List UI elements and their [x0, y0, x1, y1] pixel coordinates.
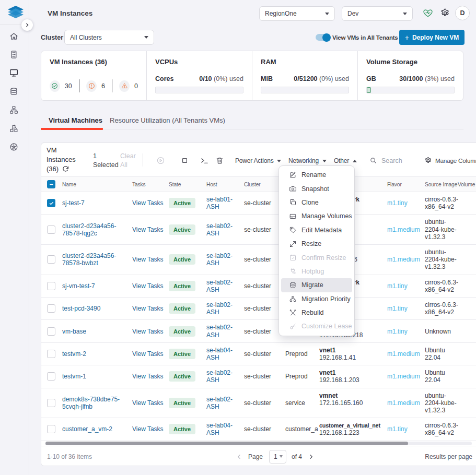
delete-button[interactable]: [215, 156, 224, 165]
row-checkbox[interactable]: [47, 350, 55, 358]
all-tenants-toggle[interactable]: [316, 34, 330, 41]
page-prev-button[interactable]: [236, 453, 243, 460]
view-tasks-link[interactable]: View Tasks: [132, 256, 164, 263]
networks-cell: vnet1192.168.1.203: [313, 365, 381, 387]
sidebar-item-kubernetes[interactable]: [9, 142, 19, 152]
vm-name-link[interactable]: cluster2-d23a4a56- 78578-bwbzt: [62, 252, 116, 267]
view-tasks-link[interactable]: View Tasks: [132, 282, 164, 290]
host-link[interactable]: se-lab01- ASH: [206, 196, 233, 210]
flavor-link[interactable]: m1.tiny: [387, 305, 408, 312]
sidebar-expand-button[interactable]: [21, 19, 33, 31]
view-tasks-link[interactable]: View Tasks: [132, 373, 164, 380]
row-checkbox[interactable]: [47, 304, 55, 313]
ram-unit: MiB: [261, 75, 273, 82]
settings-button[interactable]: [440, 8, 450, 18]
flavor-link[interactable]: m1.medium: [387, 399, 420, 407]
view-tasks-link[interactable]: View Tasks: [132, 199, 164, 207]
menu-item-resize[interactable]: Resize: [281, 237, 352, 251]
host-link[interactable]: se-lab02- ASH: [206, 369, 233, 384]
view-tasks-link[interactable]: View Tasks: [132, 328, 164, 335]
host-link[interactable]: se-lab02- ASH: [206, 252, 233, 267]
tab-resource-utilization[interactable]: Resource Utilization (All Tenants VMs): [110, 116, 225, 124]
chevron-up-icon: [353, 160, 357, 162]
view-tasks-link[interactable]: View Tasks: [132, 350, 164, 358]
flavor-link[interactable]: m1.medium: [387, 373, 420, 380]
health-button[interactable]: [423, 8, 433, 18]
row-checkbox[interactable]: [47, 425, 55, 433]
row-checkbox[interactable]: [47, 327, 55, 336]
flavor-link[interactable]: m1.tiny: [387, 282, 408, 290]
row-checkbox[interactable]: [47, 199, 55, 207]
search-input[interactable]: Search: [369, 157, 402, 164]
flavor-link[interactable]: m1.tiny: [387, 425, 408, 433]
deploy-new-vm-button[interactable]: +Deploy New VM: [399, 30, 465, 45]
sidebar-item-home[interactable]: [9, 31, 19, 41]
vm-name-link[interactable]: customer_a_vm-2: [62, 425, 112, 433]
avatar[interactable]: D: [455, 6, 470, 20]
manage-columns-button[interactable]: Manage Columns: [424, 157, 476, 164]
power-on-button[interactable]: [156, 156, 165, 165]
menu-item-edit-metadata[interactable]: Edit Metadata: [281, 223, 352, 237]
row-checkbox[interactable]: [47, 399, 55, 407]
page-select[interactable]: 1: [269, 450, 286, 464]
view-tasks-link[interactable]: View Tasks: [132, 425, 164, 433]
row-checkbox[interactable]: [47, 282, 55, 290]
networks-cell: vnet1192.168.1.41: [313, 343, 381, 365]
card-vcpus: VCPUs Cores0/10 (0%) used: [146, 51, 252, 100]
power-actions-dropdown[interactable]: Power Actions: [235, 157, 281, 164]
sidebar-item-infrastructure[interactable]: [9, 50, 19, 60]
select-all-checkbox[interactable]: [47, 180, 55, 188]
menu-item-rebuild[interactable]: Rebuild: [281, 306, 352, 319]
vm-name-link[interactable]: demok8s-738dbe75- 5cvqh-jlfnb: [62, 396, 120, 410]
sidebar-item-images[interactable]: [9, 124, 19, 134]
sidebar-item-storage[interactable]: [9, 87, 19, 97]
vm-name-link[interactable]: testvm-2: [62, 350, 86, 358]
vm-name-link[interactable]: cluster2-d23a4a56- 78578-fqg2c: [62, 222, 116, 237]
menu-item-migrate[interactable]: Migrate: [281, 278, 352, 292]
page-next-button[interactable]: [307, 453, 315, 460]
host-link[interactable]: se-lab02- ASH: [206, 324, 233, 338]
vm-name-link[interactable]: testvm-1: [62, 373, 86, 380]
tab-virtual-machines[interactable]: Virtual Machines: [49, 116, 102, 124]
menu-item-rename[interactable]: Rename: [281, 168, 352, 182]
host-link[interactable]: se-lab04- ASH: [206, 422, 233, 436]
host-link[interactable]: se-lab02- ASH: [206, 301, 233, 316]
row-checkbox[interactable]: [47, 372, 55, 381]
sidebar-item-vm-instances[interactable]: [9, 68, 19, 78]
view-tasks-link[interactable]: View Tasks: [132, 305, 164, 312]
alert-count: 0: [134, 82, 138, 90]
host-link[interactable]: se-lab02- ASH: [206, 222, 233, 237]
region-select[interactable]: RegionOne: [259, 6, 335, 21]
row-checkbox[interactable]: [47, 255, 55, 264]
flavor-link[interactable]: m1.medium: [387, 256, 420, 263]
flavor-link[interactable]: m1.tiny: [387, 328, 408, 335]
vm-name-link[interactable]: vm-base: [62, 328, 86, 335]
clear-all-button[interactable]: Clear All: [120, 152, 141, 170]
flavor-link[interactable]: m1.medium: [387, 226, 420, 233]
menu-item-manage-volumes[interactable]: Manage Volumes: [281, 209, 352, 223]
menu-item-clone[interactable]: Clone: [281, 196, 352, 209]
networking-dropdown[interactable]: Networking: [288, 157, 327, 164]
scrollbar-thumb[interactable]: [45, 442, 408, 445]
host-link[interactable]: se-lab02- ASH: [206, 396, 233, 410]
console-button[interactable]: [200, 156, 209, 165]
vm-name-link[interactable]: test-pcd-3490: [62, 305, 100, 312]
flavor-link[interactable]: m1.medium: [387, 350, 420, 358]
menu-item-migration-priority[interactable]: Migration Priority: [281, 292, 352, 306]
host-link[interactable]: se-lab02- ASH: [206, 279, 233, 293]
vm-name-link[interactable]: sj-test-7: [62, 199, 85, 207]
view-tasks-link[interactable]: View Tasks: [132, 399, 164, 407]
vm-name-link[interactable]: sj-vm-test-7: [62, 282, 95, 290]
host-link[interactable]: se-lab04- ASH: [206, 347, 233, 361]
other-dropdown[interactable]: Other: [334, 157, 357, 164]
power-off-button[interactable]: [180, 156, 189, 165]
menu-item-snapshot[interactable]: Snapshot: [281, 182, 352, 195]
flavor-link[interactable]: m1.tiny: [387, 199, 408, 207]
network-name: customer_a_virtual_net: [319, 422, 379, 429]
row-checkbox[interactable]: [47, 225, 55, 234]
refresh-icon[interactable]: [62, 165, 69, 173]
tenant-select[interactable]: Dev: [342, 6, 413, 21]
view-tasks-link[interactable]: View Tasks: [132, 226, 164, 233]
cluster-select[interactable]: All Clusters: [64, 30, 154, 45]
sidebar-item-networking[interactable]: [9, 105, 19, 115]
